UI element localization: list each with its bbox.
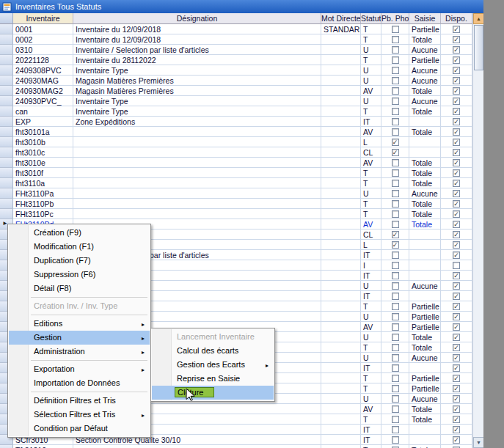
column-header[interactable]: Pb. Photo	[381, 13, 409, 24]
menu-item[interactable]: Gestion des Ecarts▸	[152, 358, 274, 372]
table-row[interactable]: 2409308PVCInventaire TypeUAucune✓	[0, 65, 472, 76]
row-selector[interactable]	[0, 55, 13, 65]
menu-item[interactable]: Condition par Défaut	[9, 422, 150, 436]
dispo-checkbox[interactable]: ✓	[453, 221, 460, 228]
pb-photo-checkbox[interactable]	[392, 26, 399, 33]
table-row[interactable]: Tfr31210TTotale✓	[0, 445, 472, 448]
dispo-checkbox[interactable]: ✓	[453, 395, 460, 403]
row-selector[interactable]	[0, 168, 13, 178]
row-selector[interactable]	[0, 34, 13, 45]
pb-photo-checkbox[interactable]	[392, 282, 399, 290]
dispo-checkbox[interactable]: ✓	[453, 313, 460, 320]
pb-photo-checkbox[interactable]: ✓	[392, 241, 399, 249]
pb-photo-checkbox[interactable]	[392, 159, 399, 166]
vertical-scrollbar[interactable]: ▲ ▼	[472, 13, 483, 448]
pb-photo-checkbox[interactable]	[392, 46, 399, 54]
dispo-checkbox[interactable]: ✓	[453, 98, 460, 105]
dispo-checkbox[interactable]: ✓	[453, 200, 460, 208]
pb-photo-checkbox[interactable]	[392, 334, 399, 341]
table-row[interactable]: fht30101aAVTotale✓	[0, 127, 472, 137]
pb-photo-checkbox[interactable]	[392, 118, 399, 125]
pb-photo-checkbox[interactable]	[392, 251, 399, 259]
pb-photo-checkbox[interactable]	[392, 169, 399, 177]
dispo-checkbox[interactable]: ✓	[453, 272, 460, 279]
scroll-down-button[interactable]: ▼	[473, 437, 484, 448]
menu-item[interactable]: Création (F9)	[9, 226, 150, 240]
dispo-checkbox[interactable]: ✓	[453, 354, 460, 361]
menu-item[interactable]: Gestion▸	[9, 331, 150, 345]
dispo-checkbox[interactable]: ✓	[453, 87, 460, 95]
table-row[interactable]: FHt3110PaUAucune✓	[0, 188, 472, 199]
row-selector[interactable]	[0, 209, 13, 219]
pb-photo-checkbox[interactable]: ✓	[392, 139, 399, 146]
menu-item[interactable]: Reprise en Saisie	[152, 372, 274, 386]
menu-item[interactable]: Duplication (F7)	[9, 254, 150, 268]
row-selector[interactable]	[0, 188, 13, 199]
table-row[interactable]: FHt3110PcTTotale✓	[0, 209, 472, 219]
row-selector[interactable]	[0, 199, 13, 209]
dispo-checkbox[interactable]: ✓	[453, 149, 460, 156]
pb-photo-checkbox[interactable]	[392, 416, 399, 423]
table-row[interactable]: fht3010bL✓✓	[0, 137, 472, 147]
row-selector[interactable]	[0, 178, 13, 188]
menu-item[interactable]: Clôture	[152, 386, 274, 400]
menu-item[interactable]: Exportation▸	[9, 362, 150, 376]
dispo-checkbox[interactable]: ✓	[453, 169, 460, 177]
dispo-checkbox[interactable]: ✓	[453, 364, 460, 372]
pb-photo-checkbox[interactable]	[392, 313, 399, 320]
dispo-checkbox[interactable]: ✓	[453, 46, 460, 54]
pb-photo-checkbox[interactable]	[392, 323, 399, 331]
dispo-checkbox[interactable]: ✓	[453, 303, 460, 310]
pb-photo-checkbox[interactable]	[392, 98, 399, 105]
table-row[interactable]: 0001Inventaire du 12/09/2018STANDARDTPar…	[0, 24, 472, 34]
pb-photo-checkbox[interactable]	[392, 77, 399, 84]
row-selector[interactable]	[0, 137, 13, 147]
dispo-checkbox[interactable]: ✓	[453, 282, 460, 290]
dispo-checkbox[interactable]: ✓	[453, 190, 460, 197]
dispo-checkbox[interactable]: ✓	[453, 67, 460, 74]
menu-item[interactable]: Importation de Données	[9, 376, 150, 390]
dispo-checkbox[interactable]: ✓	[453, 251, 460, 259]
window-titlebar[interactable]: Inventaires Tous Statuts	[0, 0, 483, 13]
table-row[interactable]: fht3010eAVTotale✓	[0, 158, 472, 168]
column-header[interactable]: Mot Directeur	[321, 13, 361, 24]
scroll-up-button[interactable]: ▲	[473, 13, 484, 24]
column-header[interactable]: Statut	[361, 13, 381, 24]
pb-photo-checkbox[interactable]	[392, 221, 399, 228]
pb-photo-checkbox[interactable]	[392, 303, 399, 310]
table-row[interactable]: 0310Inventaire / Selection par liste d'a…	[0, 45, 472, 55]
pb-photo-checkbox[interactable]	[392, 364, 399, 372]
menu-item[interactable]: Editions▸	[9, 317, 150, 331]
pb-photo-checkbox[interactable]	[392, 375, 399, 382]
pb-photo-checkbox[interactable]	[392, 354, 399, 361]
pb-photo-checkbox[interactable]	[392, 67, 399, 74]
dispo-checkbox[interactable]: ✓	[453, 416, 460, 423]
table-row[interactable]: 240930MAGMagasin Matières PremièresUAucu…	[0, 76, 472, 86]
column-header[interactable]: Inventaire	[13, 13, 73, 24]
dispo-checkbox[interactable]: ✓	[453, 180, 460, 187]
menu-item[interactable]: Détail (F8)	[9, 282, 150, 295]
pb-photo-checkbox[interactable]	[392, 344, 399, 351]
row-selector[interactable]	[0, 24, 13, 34]
column-header[interactable]: Saisie	[409, 13, 441, 24]
pb-photo-checkbox[interactable]	[392, 436, 399, 444]
row-selector[interactable]	[0, 65, 13, 76]
dispo-checkbox[interactable]: ✓	[453, 139, 460, 146]
column-header[interactable]: Désignation	[73, 13, 321, 24]
row-selector[interactable]	[0, 45, 13, 55]
dispo-checkbox[interactable]: ✓	[453, 159, 460, 166]
dispo-checkbox[interactable]: ✓	[453, 56, 460, 64]
dispo-checkbox[interactable]: ✓	[453, 36, 460, 43]
row-selector[interactable]	[0, 96, 13, 106]
row-selector[interactable]	[0, 147, 13, 158]
pb-photo-checkbox[interactable]	[392, 262, 399, 269]
row-selector[interactable]	[0, 127, 13, 137]
pb-photo-checkbox[interactable]	[392, 180, 399, 187]
table-row[interactable]: FHt3110PbTTotale✓	[0, 199, 472, 209]
menu-item[interactable]: Sélection Filtres et Tris▸	[9, 408, 150, 422]
pb-photo-checkbox[interactable]	[392, 190, 399, 197]
dispo-checkbox[interactable]: ✓	[453, 323, 460, 331]
dispo-checkbox[interactable]: ✓	[453, 108, 460, 115]
row-selector[interactable]	[0, 76, 13, 86]
dispo-checkbox[interactable]: ✓	[453, 344, 460, 351]
